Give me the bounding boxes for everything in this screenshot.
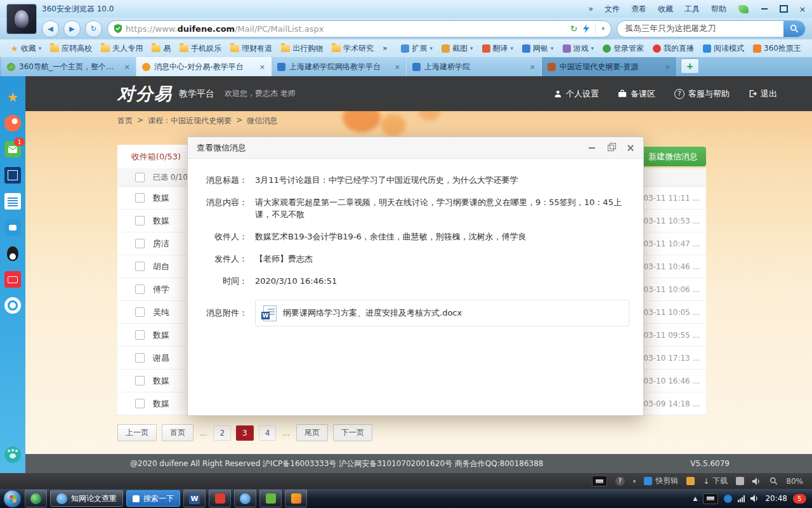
bookmark-item[interactable]: 易 <box>147 43 175 54</box>
minimize-button[interactable] <box>755 3 774 15</box>
search-box[interactable]: 孤岛三年只为这把屠龙刀 <box>617 20 806 37</box>
snapshot-icon[interactable] <box>736 477 744 485</box>
mail-icon[interactable]: 1 <box>4 141 21 157</box>
toolbar-extensions[interactable]: 扩展▾ <box>396 43 437 54</box>
url-dropdown-icon[interactable]: ▾ <box>601 25 605 32</box>
bookmark-item[interactable]: 学术研究 <box>327 43 378 54</box>
row-checkbox[interactable] <box>135 239 145 248</box>
forward-button[interactable]: ▶ <box>63 20 81 37</box>
start-button[interactable] <box>3 490 22 508</box>
favorites-menu[interactable]: ★ 收藏 ▾ <box>6 43 46 54</box>
clock[interactable]: 20:48 <box>765 494 787 503</box>
page-prev-button[interactable]: 上一页 <box>117 424 157 441</box>
row-checkbox[interactable] <box>135 216 145 225</box>
bookmark-item[interactable]: 夫人专用 <box>96 43 147 54</box>
nav-personal-settings[interactable]: 个人设置 <box>554 88 599 100</box>
download-button[interactable]: ↓ 下载 <box>703 476 728 486</box>
menu-overflow-icon[interactable]: » <box>583 4 599 13</box>
toolbar-screenshot[interactable]: 截图▾ <box>437 43 478 54</box>
dialog-minimize-button[interactable] <box>587 144 596 152</box>
favorites-star-icon[interactable]: ★ <box>4 89 21 105</box>
taskbar-red-app-icon[interactable] <box>209 490 231 507</box>
row-checkbox[interactable] <box>135 193 145 203</box>
tab-close-icon[interactable]: × <box>665 63 671 71</box>
tray-input-icon[interactable] <box>703 493 718 504</box>
dialog-titlebar[interactable]: 查看微信消息 <box>188 137 643 159</box>
taskbar-360browser-icon[interactable] <box>25 490 47 507</box>
tab-jianqiao-platform[interactable]: 上海建桥学院网络教学平台 × <box>272 57 407 76</box>
refresh-page-icon[interactable]: ↻ <box>570 23 578 34</box>
url-input[interactable]: https://www.duifene.com/Mail/PC/MailList… <box>107 20 612 37</box>
row-checkbox[interactable] <box>135 330 145 340</box>
page-next-button[interactable]: 下一页 <box>333 424 372 441</box>
quick-clip-button[interactable]: 快剪辑 <box>644 476 678 486</box>
signal-bars-icon[interactable] <box>738 495 745 502</box>
browser-skin-avatar[interactable] <box>6 4 37 34</box>
taskbar-orange-app-icon[interactable] <box>285 490 307 507</box>
page-4-button[interactable]: 4 <box>259 425 277 441</box>
row-checkbox[interactable] <box>135 284 145 294</box>
page-last-button[interactable]: 尾页 <box>296 424 328 441</box>
taskbar-word-icon[interactable]: W <box>183 490 206 507</box>
tab-close-icon[interactable]: × <box>395 63 400 71</box>
skin-icon[interactable] <box>738 5 749 13</box>
row-checkbox[interactable] <box>135 307 145 317</box>
tab-inbox[interactable]: 收件箱(0/53) <box>117 145 195 168</box>
notification-badge[interactable]: 5 <box>793 494 806 504</box>
search-input[interactable]: 孤岛三年只为这把屠龙刀 <box>617 23 783 34</box>
qq-icon[interactable] <box>4 245 21 262</box>
breadcrumb-course[interactable]: 课程：中国近现代史纲要 <box>148 116 232 126</box>
close-button[interactable]: × <box>793 3 812 15</box>
page-2-button[interactable]: 2 <box>213 425 231 441</box>
dialog-restore-button[interactable] <box>606 144 615 152</box>
speaker-icon[interactable] <box>752 478 761 485</box>
huanqiu-icon[interactable] <box>4 167 21 184</box>
zoom-level[interactable]: 80% <box>786 477 803 486</box>
toolbar-games[interactable]: 游戏▾ <box>558 43 599 54</box>
dialog-close-button[interactable] <box>625 144 634 152</box>
bookmarks-overflow[interactable]: » <box>378 44 391 53</box>
chevron-down-icon[interactable]: ▾ <box>633 478 636 485</box>
help-icon[interactable]: ? <box>615 476 625 486</box>
taskbar-ie-icon[interactable] <box>234 490 256 507</box>
xiaohongshu-icon[interactable] <box>4 271 21 288</box>
page-3-button-current[interactable]: 3 <box>236 425 254 441</box>
row-checkbox[interactable] <box>135 376 145 385</box>
tab-close-icon[interactable]: × <box>259 63 265 71</box>
tab-close-icon[interactable]: × <box>124 63 130 71</box>
back-button[interactable]: ◀ <box>42 20 59 37</box>
bookmark-item[interactable]: 理财有道 <box>226 43 277 54</box>
nav-help-support[interactable]: ? 客服与帮助 <box>674 88 730 100</box>
tab-history-resources[interactable]: 中国近现代史纲要-资源 × <box>542 57 677 76</box>
notes-icon[interactable] <box>4 193 21 210</box>
input-method-icon[interactable] <box>592 476 607 486</box>
attachment-item[interactable]: W 纲要课网络学习方案、进度安排及考核方式.docx <box>255 300 629 326</box>
toolbar-translate[interactable]: 翻译▾ <box>478 43 518 54</box>
reload-button[interactable]: ↻ <box>85 20 102 37</box>
menu-help[interactable]: 帮助 <box>705 4 732 15</box>
tab-jianqiao-college[interactable]: 上海建桥学院 × <box>407 57 542 76</box>
tab-close-icon[interactable]: × <box>530 63 535 71</box>
bookmark-item[interactable]: 出行购物 <box>277 43 327 54</box>
menu-view[interactable]: 查看 <box>625 4 652 15</box>
taskbar-green-app-icon[interactable] <box>259 490 282 507</box>
bookmark-item[interactable]: 应聘高校 <box>46 43 96 54</box>
nav-lesson-prep[interactable]: 备课区 <box>618 88 655 100</box>
row-checkbox[interactable] <box>135 353 145 363</box>
tray-expand-icon[interactable]: ▲ <box>693 495 697 502</box>
edit-icon[interactable] <box>686 477 695 485</box>
footprint-icon[interactable] <box>4 446 21 463</box>
p-app-icon[interactable] <box>4 297 21 314</box>
select-all-checkbox[interactable] <box>135 173 145 182</box>
tray-volume-icon[interactable] <box>750 495 759 502</box>
toolbar-ticket-king[interactable]: 360抢票王 <box>749 43 806 54</box>
tab-360nav[interactable]: 360导航_一个主页，整个世界 × <box>1 57 136 76</box>
menu-favorites[interactable]: 收藏 <box>652 4 679 15</box>
site-logo[interactable]: 对分易 <box>117 83 173 105</box>
row-checkbox[interactable] <box>135 262 145 271</box>
maximize-button[interactable] <box>774 3 793 15</box>
taskbar-window-cnki[interactable]: 知网论文查重 <box>50 490 123 507</box>
weibo-icon[interactable] <box>4 115 21 131</box>
taskbar-window-search[interactable]: 搜索一下 <box>126 490 180 507</box>
toolbar-login-keeper[interactable]: 登录管家 <box>598 43 648 54</box>
